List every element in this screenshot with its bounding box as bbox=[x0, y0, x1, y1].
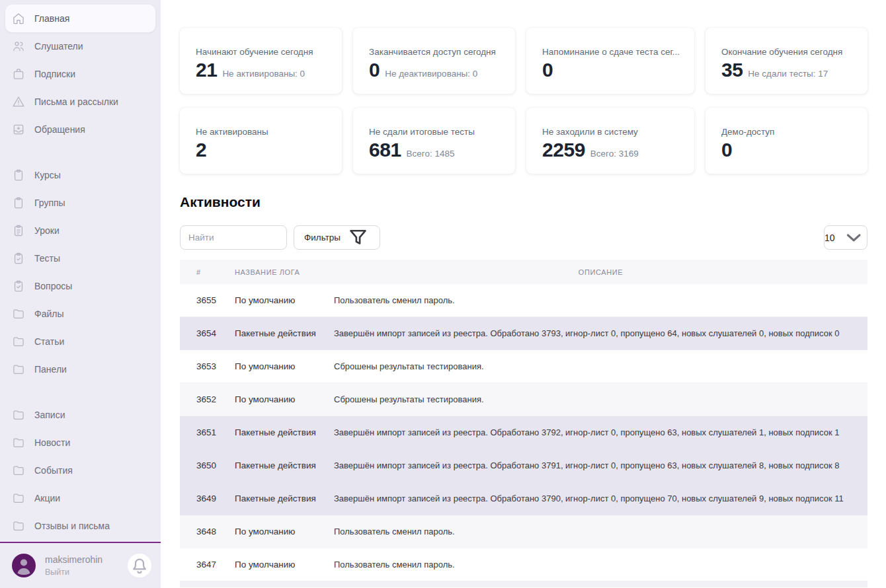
table-row[interactable]: 3652 По умолчанию Сброшены результаты те… bbox=[180, 383, 867, 416]
cell-log-name: Пакетные действия bbox=[235, 494, 334, 503]
stat-card-sub: Всего: 3169 bbox=[590, 149, 639, 159]
home-icon bbox=[12, 12, 25, 25]
user-name: maksimerohin bbox=[45, 554, 128, 565]
sidebar-item[interactable]: Группы bbox=[5, 189, 155, 217]
table-header: # НАЗВАНИЕ ЛОГА ОПИСАНИЕ bbox=[180, 260, 867, 284]
clipboard-check-icon bbox=[12, 252, 25, 265]
sidebar-item[interactable]: Уроки bbox=[5, 217, 155, 244]
column-header-desc: ОПИСАНИЕ bbox=[334, 268, 867, 276]
cell-num: 3652 bbox=[180, 394, 235, 404]
folder-icon bbox=[12, 519, 25, 533]
cell-log-name: По умолчанию bbox=[235, 295, 334, 305]
sidebar-item[interactable]: Тесты bbox=[5, 244, 155, 272]
folder-icon bbox=[12, 363, 25, 376]
stat-card-sub: Всего: 1485 bbox=[407, 149, 455, 159]
main-content: Начинают обучение сегодня 21 Не активиро… bbox=[161, 0, 886, 588]
sidebar-item[interactable]: Обращения bbox=[5, 116, 155, 143]
stat-card-value: 681 bbox=[369, 139, 401, 161]
logout-link[interactable]: Выйти bbox=[45, 568, 128, 577]
clipboard-icon bbox=[12, 168, 25, 182]
stat-card-value: 21 bbox=[196, 59, 217, 81]
sidebar-item-label: Подписки bbox=[34, 69, 75, 79]
sidebar-item-label: Новости bbox=[34, 437, 70, 448]
stat-card-value: 0 bbox=[369, 59, 380, 81]
cell-num: 3655 bbox=[180, 295, 235, 305]
cell-description: Сброшены результаты тестирования. bbox=[334, 361, 867, 371]
inbox-icon bbox=[12, 123, 25, 136]
bell-icon bbox=[128, 554, 151, 577]
sidebar-item[interactable]: Письма и рассылки bbox=[5, 88, 155, 116]
stat-card-value: 0 bbox=[542, 59, 553, 81]
stat-cards: Начинают обучение сегодня 21 Не активиро… bbox=[180, 28, 867, 174]
column-header-num: # bbox=[180, 268, 235, 276]
stat-card-value: 35 bbox=[721, 59, 743, 81]
page-title: Активности bbox=[180, 194, 867, 210]
warning-triangle-icon bbox=[12, 95, 25, 108]
table-row[interactable]: 3654 Пакетные действия Завершён импорт з… bbox=[180, 317, 867, 350]
clipboard-check-icon bbox=[12, 279, 25, 293]
cell-num: 3651 bbox=[180, 427, 235, 437]
sidebar-item[interactable]: Вопросы bbox=[5, 272, 155, 300]
table-row-partial bbox=[180, 581, 867, 587]
funnel-icon bbox=[346, 226, 370, 249]
sidebar-item[interactable]: Новости bbox=[5, 429, 155, 457]
sidebar-item[interactable]: События bbox=[5, 457, 155, 484]
stat-card-label: Не активированы bbox=[196, 127, 327, 137]
notifications-button[interactable] bbox=[128, 554, 151, 577]
page-size-select[interactable]: 10 bbox=[824, 225, 867, 250]
table-row[interactable]: 3653 По умолчанию Сброшены результаты те… bbox=[180, 350, 867, 383]
sidebar-item-label: Обращения bbox=[34, 124, 85, 135]
cell-log-name: По умолчанию bbox=[235, 527, 334, 536]
stat-card: Не заходили в систему 2259 Всего: 3169 bbox=[526, 108, 694, 174]
sidebar-item[interactable]: Записи bbox=[5, 401, 155, 429]
sidebar-item-label: Акции bbox=[34, 493, 60, 503]
sidebar-item-label: Вопросы bbox=[34, 281, 72, 291]
sidebar-item-label: Письма и рассылки bbox=[34, 96, 118, 107]
sidebar-item[interactable]: Статьи bbox=[5, 328, 155, 355]
folder-icon bbox=[12, 464, 25, 477]
stat-card: Демо-доступ 0 bbox=[705, 108, 867, 174]
stat-card-sub: Не активированы: 0 bbox=[222, 69, 305, 79]
table-row[interactable]: 3647 По умолчанию Пользователь сменил па… bbox=[180, 548, 867, 581]
table-row[interactable]: 3648 По умолчанию Пользователь сменил па… bbox=[180, 515, 867, 548]
stat-card: Окончание обучения сегодня 35 Не сдали т… bbox=[705, 28, 867, 94]
cell-description: Сброшены результаты тестирования. bbox=[334, 394, 867, 404]
avatar bbox=[12, 554, 36, 577]
search-input[interactable] bbox=[180, 225, 287, 250]
stat-card-label: Не заходили в систему bbox=[542, 127, 680, 137]
sidebar-item[interactable]: Файлы bbox=[5, 300, 155, 328]
table-row[interactable]: 3649 Пакетные действия Завершён импорт з… bbox=[180, 482, 867, 515]
stat-card-label: Не сдали итоговые тесты bbox=[369, 127, 501, 137]
cell-description: Завершён импорт записей из реестра. Обра… bbox=[334, 494, 867, 503]
sidebar-item-label: Записи bbox=[34, 410, 65, 420]
cell-description: Завершён импорт записей из реестра. Обра… bbox=[334, 460, 867, 470]
filters-button[interactable]: Фильтры bbox=[294, 225, 380, 250]
cell-log-name: Пакетные действия bbox=[235, 460, 334, 470]
table-row[interactable]: 3651 Пакетные действия Завершён импорт з… bbox=[180, 416, 867, 449]
sidebar-item[interactable]: Акции bbox=[5, 484, 155, 512]
stat-card: Заканчивается доступ сегодня 0 Не деакти… bbox=[353, 28, 515, 94]
sidebar-item[interactable]: Панели bbox=[5, 355, 155, 383]
sidebar-item[interactable]: Слушатели bbox=[5, 32, 155, 60]
cell-num: 3654 bbox=[180, 328, 235, 338]
sidebar-item[interactable]: Подписки bbox=[5, 60, 155, 88]
sidebar-item[interactable]: Курсы bbox=[5, 161, 155, 189]
cell-log-name: По умолчанию bbox=[235, 361, 334, 371]
users-icon bbox=[12, 40, 25, 53]
sidebar-item[interactable]: Отзывы и письма bbox=[5, 512, 155, 540]
stat-card-label: Начинают обучение сегодня bbox=[196, 47, 327, 57]
page-size-value: 10 bbox=[825, 233, 835, 243]
cell-log-name: Пакетные действия bbox=[235, 328, 334, 338]
sidebar-item[interactable]: Главная bbox=[5, 5, 155, 32]
cell-description: Пользователь сменил пароль. bbox=[334, 295, 867, 305]
table-row[interactable]: 3655 По умолчанию Пользователь сменил па… bbox=[180, 284, 867, 317]
filters-button-label: Фильтры bbox=[304, 233, 341, 242]
sidebar-item-label: Уроки bbox=[34, 225, 60, 236]
cell-description: Завершён импорт записей из реестра. Обра… bbox=[334, 427, 867, 437]
table-body: 3655 По умолчанию Пользователь сменил па… bbox=[180, 284, 867, 581]
table-row[interactable]: 3650 Пакетные действия Завершён импорт з… bbox=[180, 449, 867, 482]
cell-log-name: По умолчанию bbox=[235, 560, 334, 570]
sidebar-item-label: Главная bbox=[34, 13, 69, 24]
sidebar-nav: Главная Слушатели Подписки Письма и расс… bbox=[0, 5, 161, 542]
cell-description: Завершён импорт записей из реестра. Обра… bbox=[334, 328, 867, 338]
